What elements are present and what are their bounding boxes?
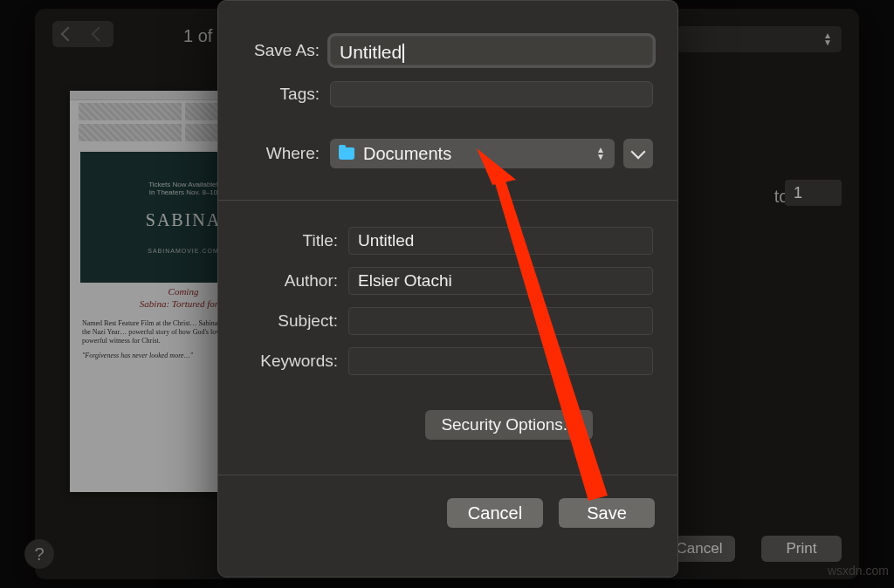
cancel-button[interactable]: Cancel xyxy=(447,498,543,528)
save-as-input[interactable]: Untitled xyxy=(330,36,653,65)
folder-icon xyxy=(339,147,354,160)
subject-label: Subject: xyxy=(243,311,338,331)
divider xyxy=(218,475,677,475)
updown-icon: ▲▼ xyxy=(594,144,608,163)
title-input[interactable]: Untitled xyxy=(348,227,653,255)
keywords-input[interactable] xyxy=(348,347,653,375)
save-button[interactable]: Save xyxy=(559,498,655,528)
divider xyxy=(218,200,677,201)
save-as-label: Save As: xyxy=(243,41,320,60)
save-as-value: Untitled xyxy=(340,42,402,62)
save-sheet: Save As: Untitled Tags: Where: Documents… xyxy=(217,0,678,578)
where-value: Documents xyxy=(363,144,451,164)
chevron-down-icon xyxy=(631,145,646,160)
security-options-button[interactable]: Security Options... xyxy=(425,410,592,440)
author-input[interactable]: Elsier Otachi xyxy=(348,267,653,295)
tags-label: Tags: xyxy=(243,85,320,104)
tags-input[interactable] xyxy=(330,81,653,107)
subject-input[interactable] xyxy=(348,307,653,335)
expand-browse-button[interactable] xyxy=(623,139,653,168)
where-label: Where: xyxy=(243,144,320,163)
where-select[interactable]: Documents ▲▼ xyxy=(330,139,615,168)
keywords-label: Keywords: xyxy=(243,352,338,371)
author-label: Author: xyxy=(243,271,338,291)
title-label: Title: xyxy=(243,231,338,250)
text-cursor xyxy=(402,44,404,63)
